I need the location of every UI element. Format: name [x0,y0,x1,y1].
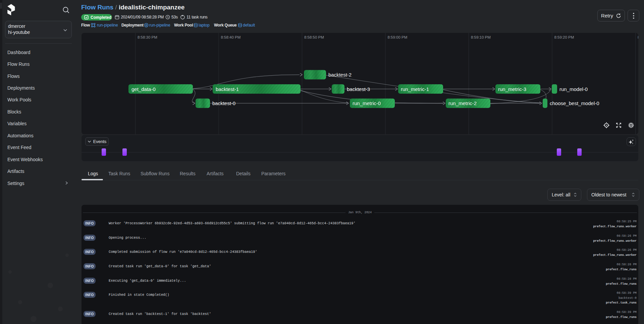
svg-text:8:58:40 PM: 8:58:40 PM [221,35,241,39]
svg-text:backtest-3: backtest-3 [347,86,370,92]
svg-text:8:58:50 PM: 8:58:50 PM [304,35,324,39]
svg-text:8:59:20 PM: 8:59:20 PM [554,35,574,39]
svg-text:8:59:00 PM: 8:59:00 PM [388,35,408,39]
svg-text:run_metric-2: run_metric-2 [448,100,477,106]
svg-text:8:58:30 PM: 8:58:30 PM [138,35,157,39]
svg-text:choose_best_model-0: choose_best_model-0 [550,100,599,106]
svg-text:backtest-1: backtest-1 [216,86,239,92]
svg-text:8:59:10 PM: 8:59:10 PM [471,35,491,39]
svg-text:run_model-0: run_model-0 [559,86,588,92]
svg-text:run_metric-1: run_metric-1 [401,86,429,92]
svg-text:run_metric-0: run_metric-0 [353,100,381,106]
svg-text:8: 8 [638,35,638,39]
svg-text:get_data-0: get_data-0 [131,86,156,92]
svg-text:run_metric-3: run_metric-3 [498,86,526,92]
svg-text:backtest-2: backtest-2 [328,72,352,78]
svg-text:backtest-0: backtest-0 [212,100,235,106]
